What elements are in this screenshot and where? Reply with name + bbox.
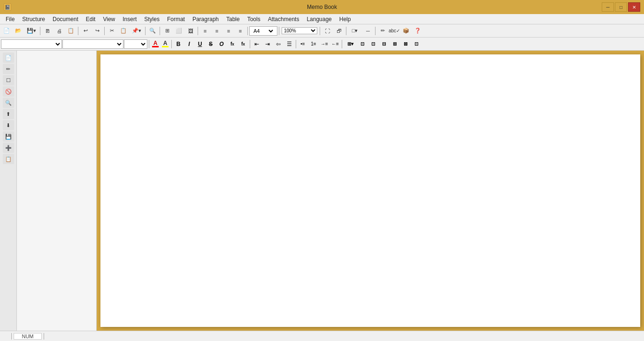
table-split-cells-btn[interactable]: ⊡ xyxy=(411,39,422,49)
zoom-in-button[interactable]: 100%75%150% xyxy=(281,26,318,36)
window-title: Memo Book xyxy=(307,4,337,10)
zoom-select[interactable]: 100%75%150% xyxy=(282,27,317,34)
title-bar: 📓 Memo Book ─ □ ✕ xyxy=(0,0,644,14)
indent-less-button[interactable]: ←≡ xyxy=(330,39,340,49)
left-sidebar: 📄 ✏ ☐ 🚫 🔍 ⬆ ⬇ 💾 ➕ 📋 xyxy=(0,51,17,331)
underline-button[interactable]: U xyxy=(195,39,205,49)
para-justify[interactable]: ☰ xyxy=(284,39,294,49)
fullscreen-button[interactable]: ⛶ xyxy=(322,26,333,36)
insert-frame-button[interactable]: ⬜ xyxy=(173,26,184,36)
menu-item-insert[interactable]: Insert xyxy=(119,15,140,23)
menu-item-view[interactable]: View xyxy=(99,15,119,23)
sidebar-btn-8[interactable]: 💾 xyxy=(3,131,14,142)
sidebar-btn-6[interactable]: ⬆ xyxy=(3,109,14,119)
menu-item-help[interactable]: Help xyxy=(336,15,355,23)
menu-item-paragraph[interactable]: Paragraph xyxy=(189,15,222,23)
undo-button[interactable]: ↩ xyxy=(80,26,91,36)
toolbar2: A A B I U S O fx fx ⇤ ⇥ ⇦ ☰ •≡ 1≡ →≡ ←≡ … xyxy=(0,38,644,51)
highlight-color-bar xyxy=(162,46,169,47)
insert-image-button[interactable]: 🖼 xyxy=(185,26,196,36)
para-align-center[interactable]: ⇥ xyxy=(262,39,273,49)
pdf-button[interactable]: 📋 xyxy=(65,26,77,36)
menu-item-file[interactable]: File xyxy=(2,15,18,23)
italic-button[interactable]: I xyxy=(184,39,194,49)
find-button[interactable]: 🔍 xyxy=(147,26,158,36)
align-left-button[interactable]: ≡ xyxy=(199,26,211,36)
minimize-button[interactable]: ─ xyxy=(602,2,614,12)
save-split-button[interactable]: 💾▾ xyxy=(24,26,38,36)
sidebar-btn-10[interactable]: 📋 xyxy=(3,154,14,164)
insert-table-button[interactable]: ⊞ xyxy=(161,26,173,36)
font-size-dropdown[interactable] xyxy=(124,39,147,49)
copy-button[interactable]: 📋 xyxy=(118,26,129,36)
sidebar-btn-1[interactable]: 📄 xyxy=(3,53,14,63)
sep9 xyxy=(320,27,320,35)
sidebar-btn-3[interactable]: ☐ xyxy=(3,75,14,85)
list-ordered-button[interactable]: 1≡ xyxy=(308,39,319,49)
navigator-button[interactable]: 🗗 xyxy=(333,26,345,36)
page-size-dropdown[interactable]: A4A3Letter xyxy=(249,26,277,36)
shadow-button[interactable]: O xyxy=(216,39,227,49)
sep-fmt2 xyxy=(171,40,172,48)
cut-button[interactable]: ✂ xyxy=(106,26,117,36)
dataentry-button[interactable]: 📦 xyxy=(400,26,412,36)
print-preview-button[interactable]: 🖹 xyxy=(42,26,53,36)
align-center-button[interactable]: ≡ xyxy=(211,26,222,36)
sidebar-btn-9[interactable]: ➕ xyxy=(3,143,14,153)
close-button[interactable]: ✕ xyxy=(628,2,640,12)
help-button[interactable]: ❓ xyxy=(412,26,423,36)
menu-item-attachments[interactable]: Attachments xyxy=(264,15,303,23)
formula-button[interactable]: fx xyxy=(227,39,238,49)
table-row-below-btn[interactable]: ⊞ xyxy=(390,39,400,49)
indent-more-button[interactable]: →≡ xyxy=(319,39,330,49)
new-button[interactable]: 📄 xyxy=(1,26,12,36)
sep5 xyxy=(160,27,160,35)
spellcheck-button[interactable]: abc✓ xyxy=(389,26,400,36)
main-area: 📄 ✏ ☐ 🚫 🔍 ⬆ ⬇ 💾 ➕ 📋 xyxy=(0,51,644,331)
super-button[interactable]: fx xyxy=(238,39,248,49)
sep-fmt5 xyxy=(342,40,342,48)
highlight-color-icon: A xyxy=(163,40,168,46)
print-button[interactable]: 🖨 xyxy=(54,26,65,36)
sidebar-btn-7[interactable]: ⬇ xyxy=(3,120,14,130)
shapes-button[interactable]: □▾ xyxy=(348,26,362,36)
menu-item-format[interactable]: Format xyxy=(163,15,189,23)
highlight-color-button[interactable]: A xyxy=(161,39,170,48)
menu-item-document[interactable]: Document xyxy=(49,15,82,23)
table-row-above-btn[interactable]: ⊟ xyxy=(379,39,389,49)
sep6 xyxy=(198,27,198,35)
document-area[interactable] xyxy=(97,51,644,331)
track-changes-button[interactable]: ✏ xyxy=(377,26,388,36)
navigator-panel xyxy=(17,51,97,331)
menu-item-styles[interactable]: Styles xyxy=(140,15,163,23)
justify-button[interactable]: ≡ xyxy=(235,26,246,36)
line-button[interactable]: ─ xyxy=(362,26,374,36)
menu-item-edit[interactable]: Edit xyxy=(82,15,100,23)
redo-button[interactable]: ↪ xyxy=(92,26,103,36)
open-button[interactable]: 📂 xyxy=(13,26,24,36)
paste-split-button[interactable]: 📌▾ xyxy=(130,26,144,36)
table-insert-btn[interactable]: ⊞▾ xyxy=(344,39,357,49)
bold-button[interactable]: B xyxy=(173,39,184,49)
maximize-button[interactable]: □ xyxy=(615,2,627,12)
table-col-right-btn[interactable]: ⊡ xyxy=(368,39,378,49)
page-size-select[interactable]: A4A3Letter xyxy=(252,28,275,34)
sidebar-btn-4[interactable]: 🚫 xyxy=(3,86,14,97)
para-align-left[interactable]: ⇤ xyxy=(252,39,262,49)
list-unordered-button[interactable]: •≡ xyxy=(298,39,308,49)
font-name-dropdown[interactable] xyxy=(62,39,123,49)
table-merge-cells-btn[interactable]: ⊠ xyxy=(400,39,411,49)
align-right-button[interactable]: ≡ xyxy=(223,26,234,36)
menu-item-structure[interactable]: Structure xyxy=(18,15,49,23)
style-dropdown[interactable] xyxy=(1,39,62,49)
document-page[interactable] xyxy=(100,54,640,327)
strikethrough-button[interactable]: S xyxy=(206,39,216,49)
para-align-right[interactable]: ⇦ xyxy=(273,39,284,49)
menu-item-language[interactable]: Language xyxy=(303,15,335,23)
menu-item-table[interactable]: Table xyxy=(222,15,244,23)
sidebar-btn-2[interactable]: ✏ xyxy=(3,64,14,74)
menu-item-tools[interactable]: Tools xyxy=(244,15,264,23)
sidebar-btn-5[interactable]: 🔍 xyxy=(3,98,14,108)
text-color-button[interactable]: A xyxy=(151,39,160,48)
table-col-left-btn[interactable]: ⊡ xyxy=(357,39,368,49)
